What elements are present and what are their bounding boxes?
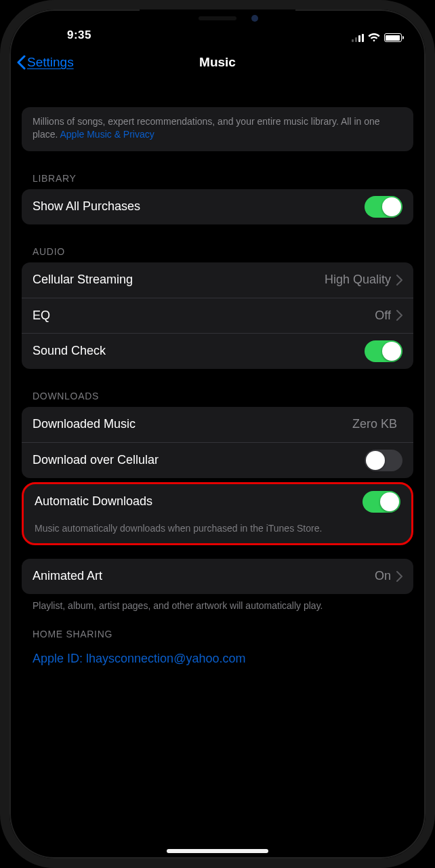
status-time: 9:35 (28, 28, 130, 42)
library-group: Show All Purchases (22, 189, 413, 224)
show-all-purchases-toggle[interactable] (365, 196, 402, 218)
download-over-cellular-toggle[interactable] (365, 450, 402, 471)
download-over-cellular-label: Download over Cellular (33, 453, 365, 467)
automatic-downloads-row[interactable]: Automatic Downloads (24, 484, 411, 519)
sound-check-toggle[interactable] (365, 340, 402, 362)
downloads-group: Downloaded Music Zero KB Download over C… (22, 407, 413, 478)
downloaded-music-value: Zero KB (352, 417, 397, 431)
cellular-streaming-label: Cellular Streaming (33, 273, 325, 287)
apple-id-row[interactable]: Apple ID: lhaysconnection@yahoo.com (22, 645, 413, 673)
sound-check-row[interactable]: Sound Check (22, 333, 413, 369)
section-header-downloads: DOWNLOADS (33, 391, 413, 401)
automatic-downloads-toggle[interactable] (362, 491, 400, 513)
back-label: Settings (27, 55, 74, 70)
automatic-downloads-footer: Music automatically downloads when purch… (24, 519, 411, 543)
automatic-downloads-label: Automatic Downloads (35, 494, 362, 509)
intro-card: Millions of songs, expert recommendation… (22, 107, 413, 151)
back-button[interactable]: Settings (16, 55, 74, 70)
audio-group: Cellular Streaming High Quality EQ Off S… (22, 262, 413, 369)
downloaded-music-row[interactable]: Downloaded Music Zero KB (22, 407, 413, 442)
chevron-right-icon (396, 310, 402, 321)
sound-check-label: Sound Check (33, 344, 365, 358)
cell-signal-icon (352, 34, 364, 42)
status-icons (352, 33, 410, 42)
show-all-purchases-label: Show All Purchases (33, 199, 365, 214)
animated-art-row[interactable]: Animated Art On (22, 559, 413, 594)
section-header-audio: AUDIO (33, 246, 413, 257)
nav-bar: Settings Music (9, 45, 426, 80)
downloaded-music-label: Downloaded Music (33, 417, 352, 431)
eq-value: Off (375, 309, 391, 323)
chevron-right-icon (396, 571, 402, 582)
wifi-icon (368, 33, 380, 42)
screen: 9:35 Settings Music (9, 9, 426, 859)
eq-label: EQ (33, 309, 375, 323)
download-over-cellular-row[interactable]: Download over Cellular (22, 442, 413, 478)
section-header-home-sharing: HOME SHARING (33, 629, 413, 639)
device-frame: 9:35 Settings Music (0, 0, 435, 868)
animated-art-footer: Playlist, album, artist pages, and other… (22, 594, 413, 612)
section-header-library: LIBRARY (33, 173, 413, 184)
eq-row[interactable]: EQ Off (22, 298, 413, 333)
chevron-right-icon (396, 275, 402, 285)
automatic-downloads-highlight: Automatic Downloads Music automatically … (22, 482, 413, 545)
show-all-purchases-row[interactable]: Show All Purchases (22, 189, 413, 224)
privacy-link[interactable]: Apple Music & Privacy (60, 129, 154, 140)
notch (140, 9, 295, 33)
cellular-streaming-value: High Quality (325, 273, 391, 287)
home-indicator[interactable] (167, 849, 268, 853)
animated-art-label: Animated Art (33, 569, 375, 583)
animated-art-group: Animated Art On (22, 559, 413, 594)
chevron-left-icon (16, 55, 26, 70)
cellular-streaming-row[interactable]: Cellular Streaming High Quality (22, 262, 413, 298)
animated-art-value: On (375, 569, 391, 583)
battery-icon (384, 33, 405, 42)
